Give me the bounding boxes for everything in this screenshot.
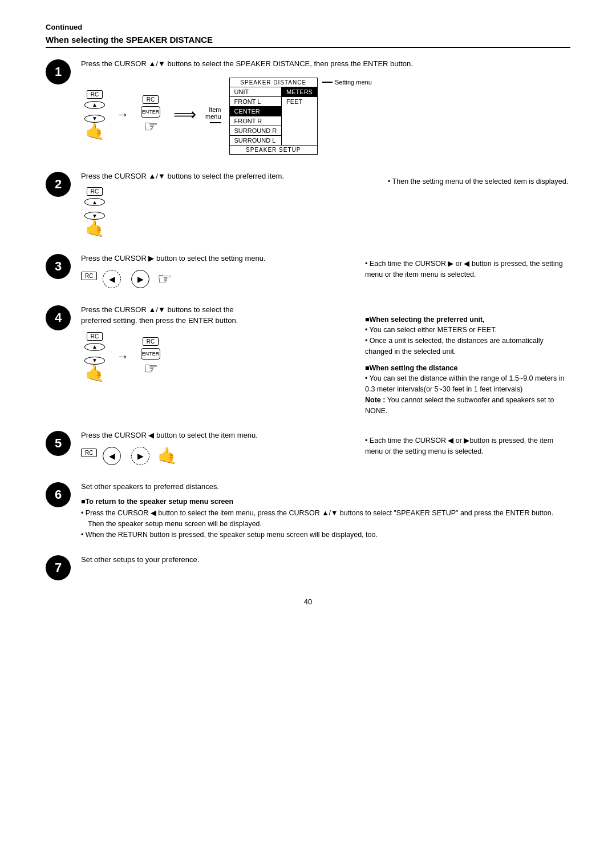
osd-body: UNIT FRONT L CENTER FRONT R SURROUND R S… bbox=[230, 87, 317, 145]
rc-label-4b: RC bbox=[143, 337, 159, 346]
display-arrow: ⟹ bbox=[173, 105, 196, 124]
step-6-return-note3: • When the RETURN button is pressed, the… bbox=[81, 530, 570, 540]
step-2-text: Press the CURSOR ▲/▼ buttons to select t… bbox=[81, 171, 376, 182]
osd-footer: SPEAKER SETUP bbox=[230, 145, 317, 154]
osd-row-frontl: FRONT L bbox=[230, 97, 282, 107]
step-4-circle: 4 bbox=[46, 305, 71, 330]
setting-menu-label: Setting menu bbox=[335, 79, 372, 86]
rc-spacer-1a bbox=[84, 111, 105, 113]
step-2-content: Press the CURSOR ▲/▼ buttons to select t… bbox=[81, 171, 570, 240]
step-2-illustrations: RC ▲ ▼ 🤙 bbox=[81, 187, 376, 237]
step-4-text-line1: Press the CURSOR ▲/▼ buttons to select t… bbox=[81, 305, 234, 314]
step-3-illustrations: RC ◀ ▶ ☞ bbox=[81, 270, 354, 288]
step-7-text: Set other setups to your preference. bbox=[81, 554, 570, 566]
step-5-left: Press the CURSOR ◀ button to select the … bbox=[81, 430, 354, 467]
step-4-heading1: ■When selecting the preferred unit, bbox=[365, 314, 570, 325]
setting-menu-label-area: Setting menu bbox=[322, 75, 372, 86]
rc-spacer-4 bbox=[84, 353, 105, 355]
rc-body-1b: ENTER bbox=[137, 106, 164, 118]
osd-row-unit: UNIT bbox=[230, 87, 282, 97]
rc-body-4b: ENTER bbox=[137, 348, 164, 360]
step-5-note: • Each time the CURSOR ◀ or ▶button is p… bbox=[365, 437, 553, 455]
hand-icon-1b: ☞ bbox=[144, 119, 158, 135]
step-4-text: Press the CURSOR ▲/▼ buttons to select t… bbox=[81, 304, 354, 326]
step-5-row: 5 Press the CURSOR ◀ button to select th… bbox=[46, 430, 570, 467]
osd-row-surroundl: SURROUND L bbox=[230, 136, 282, 145]
rc-up-btn-1a: ▲ bbox=[84, 101, 105, 109]
step-2-rc: RC ▲ ▼ 🤙 bbox=[81, 187, 108, 237]
step-4-note1a: • You can select either METERS or FEET. bbox=[365, 325, 570, 336]
osd-row-feet: FEET bbox=[282, 97, 317, 106]
rc-label-1b: RC bbox=[143, 95, 159, 104]
osd-row-center: CENTER bbox=[230, 107, 282, 116]
step-1-text: Press the CURSOR ▲/▼ buttons to select t… bbox=[81, 58, 570, 70]
display-arrow-icon: ⟹ bbox=[173, 105, 196, 124]
step-4-note2a: • You can set the distance within the ra… bbox=[365, 373, 570, 395]
step-4-note2b-text: You cannot select the subwoofer and spea… bbox=[365, 396, 554, 415]
step-6-return-note1: • Press the CURSOR ◀ button to select th… bbox=[81, 508, 570, 519]
step-6-circle: 6 bbox=[46, 482, 71, 507]
step-2-left: Press the CURSOR ▲/▼ buttons to select t… bbox=[81, 171, 376, 240]
step-2-circle: 2 bbox=[46, 172, 71, 197]
cursor-left-dashed: ◀ bbox=[103, 270, 121, 288]
step-6-row: 6 Set other speakers to preferred distan… bbox=[46, 481, 570, 540]
page-container: Continued When selecting the SPEAKER DIS… bbox=[46, 23, 570, 606]
step-2-note: • Then the setting menu of the selected … bbox=[388, 177, 568, 185]
step-3-left: Press the CURSOR ▶ button to select the … bbox=[81, 253, 354, 290]
cursor-right-solid: ▶ bbox=[131, 270, 149, 288]
rc-up-btn-2: ▲ bbox=[84, 198, 105, 206]
cursor-right-dashed: ▶ bbox=[131, 447, 149, 465]
rc-enter-btn-1: ENTER bbox=[141, 106, 160, 118]
step-3-content: Press the CURSOR ▶ button to select the … bbox=[81, 253, 570, 290]
step-3-row: 3 Press the CURSOR ▶ button to select th… bbox=[46, 253, 570, 290]
osd-wrapper: SPEAKER DISTANCE UNIT FRONT L CENTER FRO… bbox=[229, 75, 372, 155]
step-1-circle: 1 bbox=[46, 59, 71, 84]
step-5-content: Press the CURSOR ◀ button to select the … bbox=[81, 430, 570, 467]
step-5-cursor-btns: ◀ ▶ bbox=[103, 447, 149, 465]
osd-row-meters: METERS bbox=[282, 87, 317, 97]
step-3-text: Press the CURSOR ▶ button to select the … bbox=[81, 253, 354, 264]
rc-label-3: RC bbox=[81, 272, 97, 280]
osd-row-frontr: FRONT R bbox=[230, 116, 282, 126]
osd-col-1: UNIT FRONT L CENTER FRONT R SURROUND R S… bbox=[230, 87, 282, 145]
rc-label-1a: RC bbox=[87, 90, 103, 99]
setting-menu-line-row: Setting menu bbox=[322, 79, 372, 86]
rc-spacer-2 bbox=[84, 208, 105, 210]
item-menu-label: Itemmenu bbox=[205, 106, 221, 120]
step-1-row: 1 Press the CURSOR ▲/▼ buttons to select… bbox=[46, 58, 570, 157]
step-4-heading2: ■When setting the distance bbox=[365, 363, 570, 374]
item-menu-label-area: Itemmenu bbox=[205, 106, 221, 123]
step-6-return-heading: ■To return to the speaker setup menu scr… bbox=[81, 498, 570, 506]
step-7-row: 7 Set other setups to your preference. bbox=[46, 554, 570, 580]
step-5-rc: RC bbox=[81, 449, 97, 463]
hand-icon-1a: 🤙 bbox=[85, 124, 105, 140]
continued-label: Continued bbox=[46, 23, 570, 31]
setting-menu-line bbox=[322, 82, 333, 83]
step-3-right: • Each time the CURSOR ▶ or ◀ button is … bbox=[354, 253, 570, 280]
rc-label-5: RC bbox=[81, 449, 97, 457]
step-4-left: Press the CURSOR ▲/▼ buttons to select t… bbox=[81, 304, 354, 384]
osd-menu: SPEAKER DISTANCE UNIT FRONT L CENTER FRO… bbox=[229, 78, 318, 155]
step-4-text-line2: preferred setting, then press the ENTER … bbox=[81, 316, 238, 325]
step-4-content: Press the CURSOR ▲/▼ buttons to select t… bbox=[81, 304, 570, 417]
cursor-left-solid: ◀ bbox=[103, 447, 121, 465]
step-3-circle: 3 bbox=[46, 254, 71, 279]
hand-icon-4a: 🤙 bbox=[85, 366, 105, 382]
step-4-note2b-bold: Note : bbox=[365, 396, 385, 404]
step-4-with-note: Press the CURSOR ▲/▼ buttons to select t… bbox=[81, 304, 570, 417]
rc-down-btn-1a: ▼ bbox=[84, 115, 105, 123]
rc-label-2: RC bbox=[87, 187, 103, 196]
step-5-with-note: Press the CURSOR ◀ button to select the … bbox=[81, 430, 570, 467]
hand-icon-2: 🤙 bbox=[85, 221, 105, 237]
arrow-1: → bbox=[116, 107, 129, 122]
step-4-note1b: • Once a unit is selected, the distances… bbox=[365, 336, 570, 357]
step-6-text: Set other speakers to preferred distance… bbox=[81, 481, 570, 492]
rc-down-btn-2: ▼ bbox=[84, 212, 105, 220]
step-1-illustrations: RC ▲ ▼ 🤙 → RC ENTER ☞ bbox=[81, 75, 570, 155]
step-5-right: • Each time the CURSOR ◀ or ▶button is p… bbox=[354, 430, 570, 457]
step-2-right: • Then the setting menu of the selected … bbox=[376, 171, 570, 187]
osd-header: SPEAKER DISTANCE bbox=[230, 78, 317, 87]
step-2-row: 2 Press the CURSOR ▲/▼ buttons to select… bbox=[46, 171, 570, 240]
hand-icon-3: ☞ bbox=[157, 271, 172, 287]
rc-enter-btn-4: ENTER bbox=[141, 348, 160, 360]
